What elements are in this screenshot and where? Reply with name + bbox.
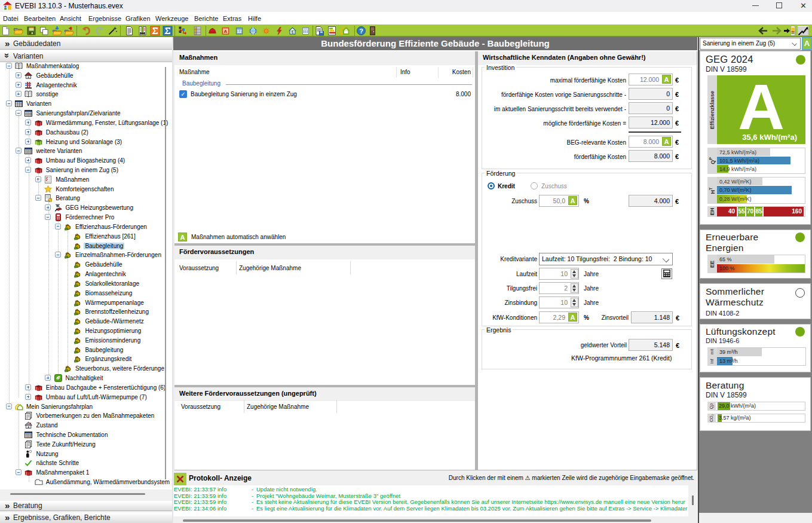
svg-text:12: 12	[237, 29, 242, 34]
svg-text:?: ?	[359, 27, 363, 35]
svg-text:€: €	[292, 30, 294, 34]
svg-text:A: A	[224, 29, 228, 34]
